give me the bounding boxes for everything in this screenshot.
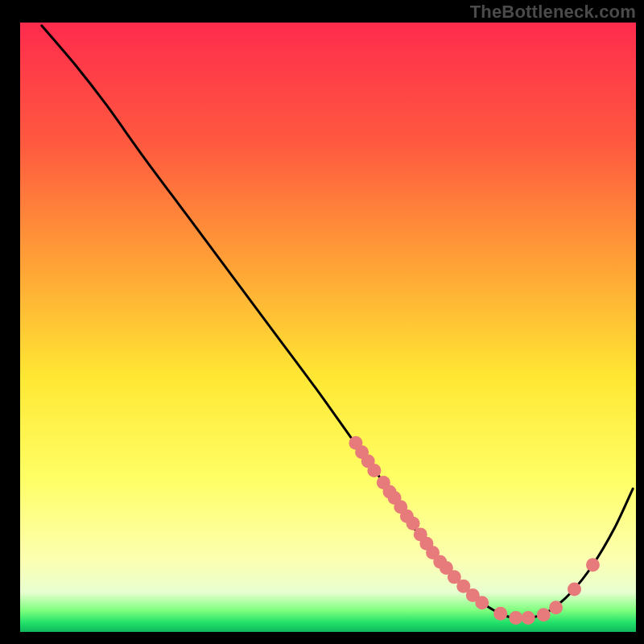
highlight-dot (568, 583, 581, 597)
chart-stage: TheBottleneck.com (0, 0, 644, 644)
highlight-dot (509, 611, 522, 625)
highlight-dot (493, 607, 507, 621)
highlight-dot (549, 601, 563, 614)
watermark-label: TheBottleneck.com (470, 2, 636, 23)
highlight-dot (537, 608, 551, 621)
highlight-dot (367, 464, 381, 477)
bottleneck-chart (0, 0, 644, 644)
highlight-dot (586, 558, 600, 572)
highlight-dot (475, 596, 489, 609)
highlight-dot (522, 611, 535, 625)
